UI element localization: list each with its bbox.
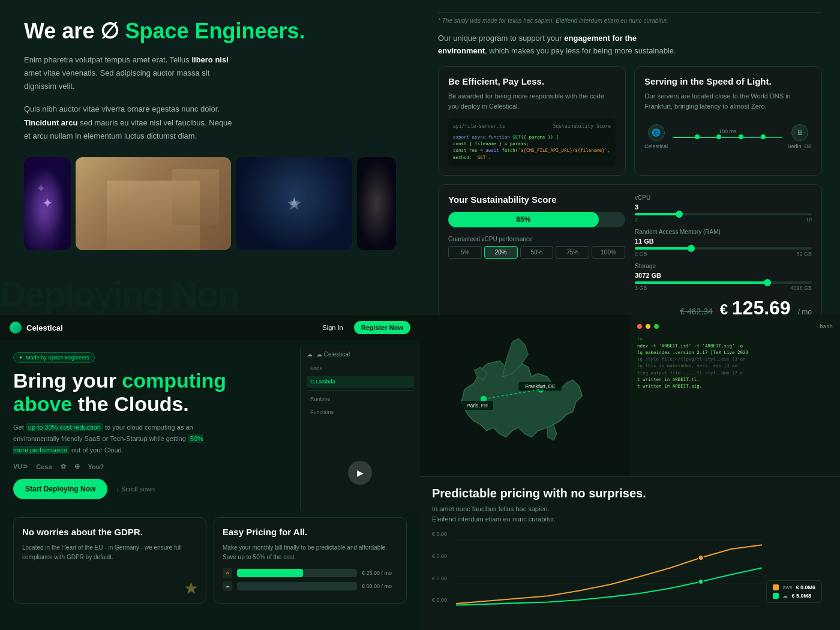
code-line: const res = await fetch(`${CMS_FILE_API_…	[453, 147, 611, 154]
preview-back: Back	[307, 362, 414, 374]
pct-20[interactable]: 20%	[484, 246, 518, 259]
svg-point-12	[698, 579, 704, 584]
term-line-2: ndex -t 'ARBEIT.ist' -t 'ARBEIT.sig' -o	[637, 343, 833, 349]
cloud-bar-row: ☁ € 50.00 / mo	[223, 581, 398, 591]
score-card: Your Sustainability Score 85% Guaranteed…	[438, 184, 822, 315]
map-terminal-section: Paris, FR Frankfurt, DE bash lg ndex -t …	[420, 315, 840, 477]
para2: Quis nibh auctor vitae viverra ornare eg…	[24, 103, 240, 142]
vcpu-track[interactable]	[635, 213, 812, 215]
efficient-title: Be Efficient, Pay Less.	[448, 76, 616, 86]
q1-hero-section: We are ∅ Space Engineers. Enim pharetra …	[0, 0, 420, 315]
serving-card: Serving in the Speed of Light. Our serve…	[634, 66, 822, 176]
pct-5[interactable]: 5%	[448, 246, 482, 259]
preview-lambda[interactable]: C.Lambda	[307, 376, 414, 388]
title-icon: ∅	[100, 18, 119, 44]
vcpu-thumb[interactable]	[676, 211, 683, 218]
term-line-5: lg This is makeindex, vers..ess (3 en	[637, 362, 833, 369]
vcpu-label: vCPU	[635, 194, 812, 201]
ram-range: 2 GB 32 GB	[635, 251, 812, 257]
pricing-text: Make your monthly bill finally to be pre…	[223, 543, 398, 562]
chart-svg	[456, 531, 762, 615]
code-filename: api/file-server.ts	[453, 123, 505, 130]
serving-title: Serving in the Speed of Light.	[644, 76, 812, 86]
pct-75[interactable]: 75%	[556, 246, 589, 259]
made-badge: ✦ Made by Space Engineers	[13, 352, 95, 363]
logo-icon: 🌐	[10, 322, 22, 334]
deploy-button[interactable]: Start Deploying Now	[13, 479, 107, 499]
deploying-watermark: Deploying Non	[0, 274, 238, 315]
title-prefix: We are	[24, 18, 94, 44]
storage-fill	[635, 281, 767, 284]
berlin-label: Berlin_DE	[787, 143, 812, 149]
term-line-3: lg makeindex .version 2.17 [TeX Live 202…	[637, 349, 833, 356]
code-sustainability-label: Sustainability Score	[553, 123, 611, 130]
code-line: const { filename } = params;	[453, 140, 611, 147]
q3-product-section: 🌐 Celestical Sign In Register Now ✦ Made…	[0, 315, 420, 630]
space-image-1: ✦	[24, 157, 71, 250]
score-bar: 85%	[448, 212, 625, 227]
storage-value: 3072 GB	[635, 272, 812, 279]
term-line-8: t written in ARBEIT.sig.	[637, 383, 833, 389]
efficient-card: Be Efficient, Pay Less. Be awarded for b…	[438, 66, 626, 176]
guaranteed-label: Guaranteed vCPU performance	[448, 236, 625, 242]
term-line-1: lg	[637, 335, 833, 342]
vcpu-slider: vCPU 3 2 10	[635, 194, 812, 223]
gdpr-text: Located in the Heart of the EU - in Germ…	[22, 543, 197, 562]
svg-text:Frankfurt, DE: Frankfurt, DE	[525, 383, 556, 389]
chart-section: Predictable pricing with no surprises. I…	[420, 477, 840, 630]
score-right: vCPU 3 2 10 Random Access Memory (RAM) 1…	[635, 194, 812, 315]
score-fill: 85%	[448, 212, 599, 227]
ram-label: Random Access Memory (RAM)	[635, 229, 812, 235]
score-pct: 85%	[516, 215, 530, 224]
cloud-legend-val: € 5.0M8	[791, 593, 811, 599]
signin-button[interactable]: Sign In	[316, 321, 349, 334]
q4-map-chart-section: Paris, FR Frankfurt, DE bash lg ndex -t …	[420, 315, 840, 630]
ram-value: 11 GB	[635, 238, 812, 245]
price-euro: €	[720, 301, 732, 315]
serving-text: Our servers are located close to the Wor…	[644, 91, 812, 112]
latency-label: 100 ms	[719, 128, 737, 134]
ram-track[interactable]	[635, 247, 812, 250]
storage-thumb[interactable]	[764, 279, 771, 286]
product-sub: Get up to 30% cost reduction to your clo…	[13, 422, 217, 455]
scroll-link[interactable]: ↓ Scroll sown	[116, 485, 155, 493]
ram-thumb[interactable]	[688, 245, 695, 252]
cloud-legend-dot	[773, 593, 779, 599]
pct-100[interactable]: 100%	[592, 246, 625, 259]
aws-icon: a	[223, 568, 232, 578]
cloud-fill	[237, 582, 333, 590]
legend-cloud: ☁ € 5.0M8	[773, 593, 815, 599]
chart-title: Predictable pricing with no surprises.	[432, 487, 828, 500]
code-line: method: 'GET'.	[453, 154, 611, 161]
partner-you: You?	[88, 463, 104, 470]
cloud-track	[237, 582, 357, 590]
gdpr-title: No worries about the GDPR.	[22, 526, 197, 538]
dot-red	[637, 324, 642, 329]
pricing-title: Easy Pricing for All.	[223, 526, 398, 538]
para1: Enim pharetra volutpat tempus amet erat.…	[24, 53, 240, 93]
price-new: € 125.69	[720, 297, 791, 315]
code-block: api/file-server.ts Sustainability Score …	[448, 118, 616, 166]
berlin-icon: 🖥	[791, 124, 808, 141]
storage-track[interactable]	[635, 281, 812, 284]
svg-text:Paris, FR: Paris, FR	[467, 403, 488, 409]
term-line-7: t written in ARBEIT.tl.	[637, 376, 833, 383]
partner-vu: VU⊃	[13, 463, 28, 470]
ram-fill	[635, 247, 691, 250]
gdpr-card: No worries about the GDPR. Located in th…	[13, 517, 206, 604]
pct-50[interactable]: 50%	[520, 246, 554, 259]
hero-images: ✦ ✶	[24, 157, 396, 250]
score-left: Your Sustainability Score 85% Guaranteed…	[448, 194, 625, 315]
storage-label: Storage	[635, 263, 812, 269]
aws-price: € 25.00 / mo	[362, 570, 398, 576]
partner-esa: Cesa	[36, 463, 52, 470]
aws-track	[237, 569, 357, 577]
dot-green	[654, 324, 659, 329]
nav-buttons: Sign In Register Now	[316, 321, 410, 334]
storage-range: 3 GB 4096 GB	[635, 285, 812, 291]
office-image	[76, 157, 231, 250]
play-button[interactable]: ▶	[348, 461, 372, 485]
price-chart: € 0.00 € 0.00 € 0.00 € 0.00	[432, 531, 828, 615]
space-image-2: ✶	[236, 157, 352, 250]
register-button[interactable]: Register Now	[354, 321, 410, 334]
